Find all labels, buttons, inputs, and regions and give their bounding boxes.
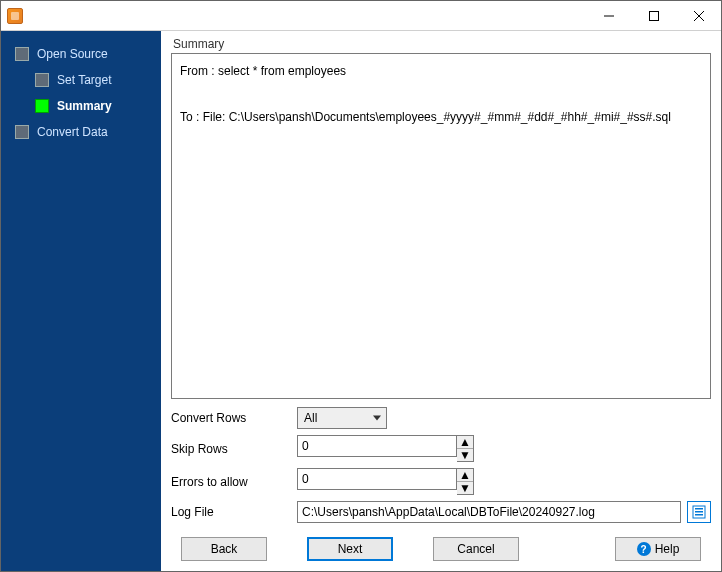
next-button-label: Next xyxy=(338,542,363,556)
minimize-icon xyxy=(604,11,614,21)
skip-rows-input[interactable] xyxy=(297,435,457,457)
log-file-label: Log File xyxy=(171,505,291,519)
errors-to-allow-spin-buttons: ▲ ▼ xyxy=(457,468,474,495)
close-button[interactable] xyxy=(676,1,721,30)
sidebar-item-summary[interactable]: Summary xyxy=(1,93,161,119)
help-button-label: Help xyxy=(655,542,680,556)
footer-buttons: Back Next Cancel ? Help xyxy=(171,523,711,561)
main-panel: Summary From : select * from employees T… xyxy=(161,31,721,571)
log-file-input[interactable] xyxy=(297,501,681,523)
sidebar-item-set-target[interactable]: Set Target xyxy=(1,67,161,93)
section-title: Summary xyxy=(171,37,711,51)
convert-rows-label: Convert Rows xyxy=(171,411,291,425)
skip-rows-spinner: ▲ ▼ xyxy=(297,435,387,462)
titlebar-left xyxy=(1,8,29,24)
sidebar-item-convert-data[interactable]: Convert Data xyxy=(1,119,161,145)
next-button[interactable]: Next xyxy=(307,537,393,561)
log-file-browse-button[interactable] xyxy=(687,501,711,523)
options-grid: Convert Rows All Skip Rows ▲ ▼ Errors to… xyxy=(171,407,711,523)
svg-rect-6 xyxy=(695,511,703,513)
step-indicator-icon xyxy=(15,47,29,61)
cancel-button[interactable]: Cancel xyxy=(433,537,519,561)
browse-icon xyxy=(692,505,706,519)
help-button[interactable]: ? Help xyxy=(615,537,701,561)
body: Open Source Set Target Summary Convert D… xyxy=(1,31,721,571)
cancel-button-label: Cancel xyxy=(457,542,494,556)
errors-to-allow-spinner: ▲ ▼ xyxy=(297,468,387,495)
sidebar-item-label: Open Source xyxy=(37,47,108,61)
skip-rows-spin-buttons: ▲ ▼ xyxy=(457,435,474,462)
errors-to-allow-down-button[interactable]: ▼ xyxy=(457,482,473,494)
sidebar-item-label: Summary xyxy=(57,99,112,113)
app-icon xyxy=(7,8,23,24)
back-button[interactable]: Back xyxy=(181,537,267,561)
skip-rows-label: Skip Rows xyxy=(171,442,291,456)
step-indicator-icon xyxy=(15,125,29,139)
maximize-button[interactable] xyxy=(631,1,676,30)
chevron-down-icon: ▼ xyxy=(459,449,471,461)
summary-textarea[interactable]: From : select * from employees To : File… xyxy=(171,53,711,399)
close-icon xyxy=(694,11,704,21)
convert-rows-select-wrap: All xyxy=(297,407,387,429)
convert-rows-select[interactable]: All xyxy=(297,407,387,429)
chevron-down-icon: ▼ xyxy=(459,482,471,494)
skip-rows-down-button[interactable]: ▼ xyxy=(457,449,473,461)
sidebar-item-label: Convert Data xyxy=(37,125,108,139)
app-window: Open Source Set Target Summary Convert D… xyxy=(0,0,722,572)
sidebar: Open Source Set Target Summary Convert D… xyxy=(1,31,161,571)
titlebar xyxy=(1,1,721,31)
minimize-button[interactable] xyxy=(586,1,631,30)
step-indicator-icon xyxy=(35,73,49,87)
svg-rect-7 xyxy=(695,514,703,516)
sidebar-item-open-source[interactable]: Open Source xyxy=(1,41,161,67)
maximize-icon xyxy=(649,11,659,21)
svg-rect-1 xyxy=(649,11,658,20)
help-icon: ? xyxy=(637,542,651,556)
chevron-up-icon: ▲ xyxy=(459,469,471,481)
window-controls xyxy=(586,1,721,30)
back-button-label: Back xyxy=(211,542,238,556)
step-indicator-icon xyxy=(35,99,49,113)
errors-to-allow-label: Errors to allow xyxy=(171,475,291,489)
chevron-up-icon: ▲ xyxy=(459,436,471,448)
sidebar-item-label: Set Target xyxy=(57,73,111,87)
errors-to-allow-input[interactable] xyxy=(297,468,457,490)
svg-rect-5 xyxy=(695,508,703,510)
